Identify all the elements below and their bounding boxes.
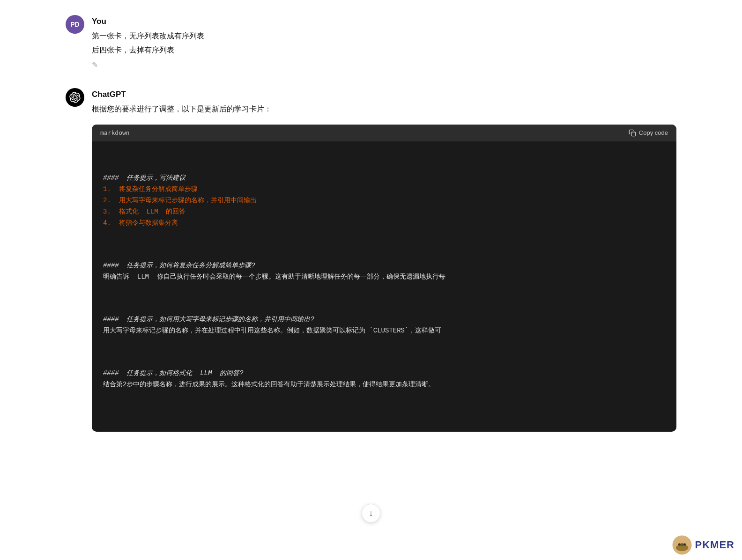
svg-rect-0 [631, 132, 636, 136]
section2-body: 明确告诉 LLM 你自己执行任务时会采取的每一个步骤。这有助于清晰地理解任务的每… [103, 273, 445, 280]
scroll-down-button[interactable]: ↓ [362, 504, 380, 523]
section2-heading: #### 任务提示，如何将复杂任务分解成简单步骤? [103, 262, 255, 269]
copy-code-button[interactable]: Copy code [629, 129, 668, 137]
section1-heading: #### 任务提示，写法建议 [103, 174, 186, 182]
section1-item1: 1. 将复杂任务分解成简单步骤 [103, 185, 198, 193]
user-message: PD You 第一张卡，无序列表改成有序列表 后四张卡，去掉有序列表 ✎ [66, 15, 676, 69]
code-block-body: #### 任务提示，写法建议 1. 将复杂任务分解成简单步骤 2. 用大写字母来… [92, 141, 676, 432]
scroll-down-icon: ↓ [369, 508, 373, 518]
edit-icon-wrap[interactable]: ✎ [92, 60, 676, 69]
code-language-label: markdown [100, 129, 130, 136]
code-section-4: #### 任务提示，如何格式化 LLM 的回答? 结合第2步中的步骤名称，进行成… [103, 368, 665, 391]
section1-item3: 3. 格式化 LLM 的回答 [103, 208, 186, 215]
user-name: You [92, 17, 676, 26]
user-content-area: You 第一张卡，无序列表改成有序列表 后四张卡，去掉有序列表 ✎ [92, 15, 676, 69]
chatgpt-avatar [66, 88, 84, 107]
copy-icon [629, 129, 636, 137]
user-avatar: PD [66, 15, 84, 34]
code-block-header: markdown Copy code [92, 125, 676, 141]
svg-point-3 [678, 543, 680, 545]
chatgpt-logo-icon [69, 92, 81, 103]
assistant-name: ChatGPT [92, 90, 676, 99]
pkmer-logo-icon [672, 535, 692, 555]
assistant-content-area: ChatGPT 根据您的要求进行了调整，以下是更新后的学习卡片： markdow… [92, 88, 676, 431]
code-block: markdown Copy code #### 任务提示，写法建议 1. 将复杂… [92, 125, 676, 432]
assistant-message: ChatGPT 根据您的要求进行了调整，以下是更新后的学习卡片： markdow… [66, 88, 676, 431]
section1-item2: 2. 用大写字母来标记步骤的名称，并引用中间输出 [103, 197, 257, 204]
assistant-intro-text: 根据您的要求进行了调整，以下是更新后的学习卡片： [92, 103, 676, 115]
code-section-3: #### 任务提示，如何用大写字母来标记步骤的名称，并引用中间输出? 用大写字母… [103, 314, 665, 337]
code-section-1: #### 任务提示，写法建议 1. 将复杂任务分解成简单步骤 2. 用大写字母来… [103, 173, 665, 228]
section3-body: 用大写字母来标记步骤的名称，并在处理过程中引用这些名称。例如，数据聚类可以标记为… [103, 327, 441, 334]
section3-heading: #### 任务提示，如何用大写字母来标记步骤的名称，并引用中间输出? [103, 316, 314, 323]
svg-point-4 [683, 543, 685, 545]
section1-item4: 4. 将指令与数据集分离 [103, 219, 178, 227]
section4-body: 结合第2步中的步骤名称，进行成果的展示。这种格式化的回答有助于清楚展示处理结果，… [103, 381, 435, 388]
edit-icon[interactable]: ✎ [92, 61, 98, 69]
user-message-text: 第一张卡，无序列表改成有序列表 后四张卡，去掉有序列表 [92, 30, 676, 56]
code-section-2: #### 任务提示，如何将复杂任务分解成简单步骤? 明确告诉 LLM 你自己执行… [103, 260, 665, 283]
pkmer-watermark: PKMER [672, 535, 735, 555]
pkmer-label: PKMER [695, 539, 735, 551]
section4-heading: #### 任务提示，如何格式化 LLM 的回答? [103, 369, 244, 377]
